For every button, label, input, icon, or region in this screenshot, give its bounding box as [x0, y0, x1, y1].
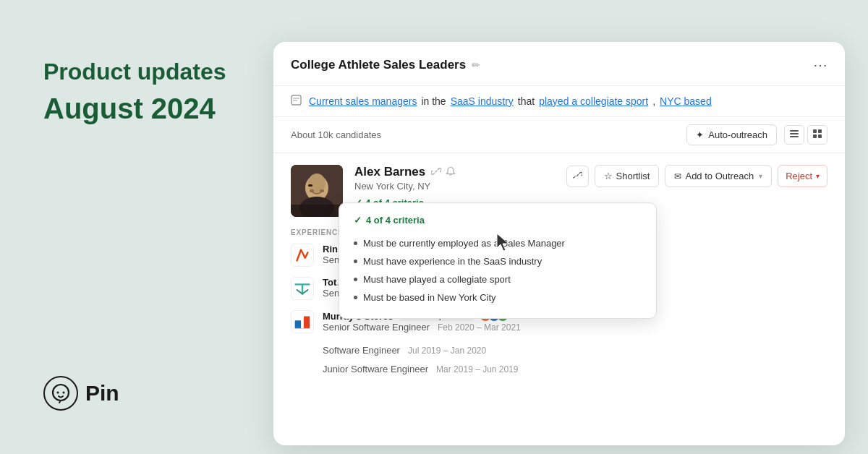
candidate-section: Alex Barnes [273, 153, 845, 228]
criteria-bar: Current sales managers in the SaaS indus… [273, 86, 845, 117]
action-buttons: ☆ Shortlist ✉ Add to Outreach ▾ Reject ▾ [566, 165, 828, 187]
criteria-dot [354, 296, 357, 299]
left-branding: Product updates August 2024 [43, 58, 226, 126]
criteria-item-text: Must have experience in the SaaS industr… [363, 256, 542, 267]
reject-dropdown-arrow: ▾ [816, 172, 820, 180]
link-candidate-button[interactable] [566, 166, 589, 187]
sub-job-1: Software Engineer Jul 2019 – Jan 2020 [323, 343, 827, 356]
criteria-dot [354, 241, 357, 245]
main-card: College Athlete Sales Leaders ✏ ⋯ Curren… [273, 42, 845, 445]
card-header: College Athlete Sales Leaders ✏ ⋯ [273, 42, 845, 86]
toolbar: About 10k candidates ✦ Auto-outreach [273, 117, 845, 153]
card-title: College Athlete Sales Leaders [291, 58, 466, 72]
svg-point-0 [53, 385, 69, 401]
shortlist-label: Shortlist [616, 171, 650, 181]
sub-job-date-1: Jul 2019 – Jan 2020 [403, 346, 486, 356]
svg-point-15 [310, 189, 314, 192]
add-outreach-label: Add to Outreach [685, 171, 754, 181]
sub-job-date-2: Mar 2019 – Jun 2019 [431, 364, 518, 374]
criteria-link-2[interactable]: SaaS industry [451, 95, 514, 107]
svg-rect-6 [790, 136, 799, 137]
svg-point-2 [62, 391, 64, 393]
candidates-count: About 10k candidates [291, 129, 381, 140]
candidate-avatar [291, 165, 343, 217]
candidate-location: New York City, NY [354, 181, 555, 192]
pin-logo: Pin [43, 376, 119, 411]
criteria-text-2: that [518, 95, 535, 107]
criteria-dot [354, 278, 357, 281]
criteria-item-text: Must have played a collegiate sport [363, 274, 511, 285]
star-icon: ☆ [604, 171, 613, 181]
svg-rect-22 [295, 320, 301, 328]
svg-point-16 [320, 189, 324, 192]
popup-header-text: 4 of 4 criteria [366, 215, 425, 226]
candidate-action-icons [431, 166, 456, 179]
criteria-bar-icon [291, 95, 302, 108]
outreach-icon: ✉ [674, 171, 681, 181]
pin-logo-icon [43, 376, 78, 411]
card-title-row: College Athlete Sales Leaders ✏ [291, 58, 480, 72]
reject-button[interactable]: Reject ▾ [778, 165, 827, 187]
criteria-item-text: Must be based in New York City [363, 292, 496, 303]
svg-rect-17 [308, 184, 312, 187]
job-title-3: Senior Software Engineer Feb 2020 – Mar … [323, 322, 827, 333]
sub-job-2: Junior Software Engineer Mar 2019 – Jun … [323, 362, 827, 375]
svg-rect-23 [304, 317, 310, 329]
criteria-popup-item: Must have experience in the SaaS industr… [354, 252, 642, 270]
criteria-item-text: Must be currently employed as a Sales Ma… [363, 238, 565, 249]
company-logo-3 [291, 310, 314, 333]
svg-rect-5 [790, 133, 799, 134]
shortlist-button[interactable]: ☆ Shortlist [595, 165, 660, 187]
company-logo-2 [291, 277, 314, 300]
svg-point-1 [56, 391, 59, 393]
criteria-popup-item: Must have played a collegiate sport [354, 270, 642, 288]
svg-rect-10 [818, 134, 822, 138]
month-year-label: August 2024 [43, 91, 226, 126]
criteria-popup-item: Must be based in New York City [354, 288, 642, 307]
link-icon[interactable] [431, 166, 441, 179]
auto-outreach-button[interactable]: ✦ Auto-outreach [686, 124, 777, 145]
outreach-dropdown-arrow: ▾ [759, 172, 762, 180]
popup-check-icon: ✓ [354, 215, 362, 226]
auto-outreach-label: Auto-outreach [708, 129, 767, 140]
candidate-name: Alex Barnes [354, 165, 425, 179]
auto-outreach-icon: ✦ [696, 129, 704, 140]
sub-job-title-2: Junior Software Engineer [323, 364, 428, 374]
criteria-popup: ✓ 4 of 4 criteria Must be currently empl… [339, 202, 657, 319]
view-icons [784, 125, 827, 145]
svg-rect-19 [292, 244, 313, 266]
sub-job-title-1: Software Engineer [323, 345, 400, 356]
list-view-button[interactable] [784, 125, 804, 145]
svg-rect-18 [291, 205, 343, 217]
more-menu-icon[interactable]: ⋯ [813, 56, 827, 74]
criteria-dot [354, 260, 357, 263]
svg-rect-8 [818, 129, 822, 133]
toolbar-right: ✦ Auto-outreach [686, 124, 827, 145]
add-outreach-button[interactable]: ✉ Add to Outreach ▾ [665, 165, 772, 187]
criteria-link-4[interactable]: NYC based [660, 95, 712, 107]
cursor-icon [495, 232, 511, 252]
avatar-face [291, 165, 343, 217]
criteria-text-3: , [652, 95, 655, 107]
criteria-text-1: in the [421, 95, 446, 107]
edit-icon[interactable]: ✏ [472, 59, 480, 71]
grid-view-button[interactable] [807, 125, 827, 145]
candidate-name-row: Alex Barnes [354, 165, 555, 179]
svg-rect-9 [813, 134, 817, 138]
criteria-link-3[interactable]: played a collegiate sport [539, 95, 648, 107]
product-updates-label: Product updates [43, 58, 226, 85]
criteria-popup-header: ✓ 4 of 4 criteria [354, 215, 642, 226]
svg-rect-21 [292, 311, 313, 333]
pin-logo-text: Pin [85, 381, 119, 406]
svg-rect-7 [813, 129, 817, 133]
svg-rect-4 [790, 130, 799, 132]
company-logo-1 [291, 244, 314, 267]
reject-label: Reject [786, 171, 812, 181]
criteria-link-1[interactable]: Current sales managers [309, 95, 417, 107]
bell-icon[interactable] [446, 166, 456, 179]
